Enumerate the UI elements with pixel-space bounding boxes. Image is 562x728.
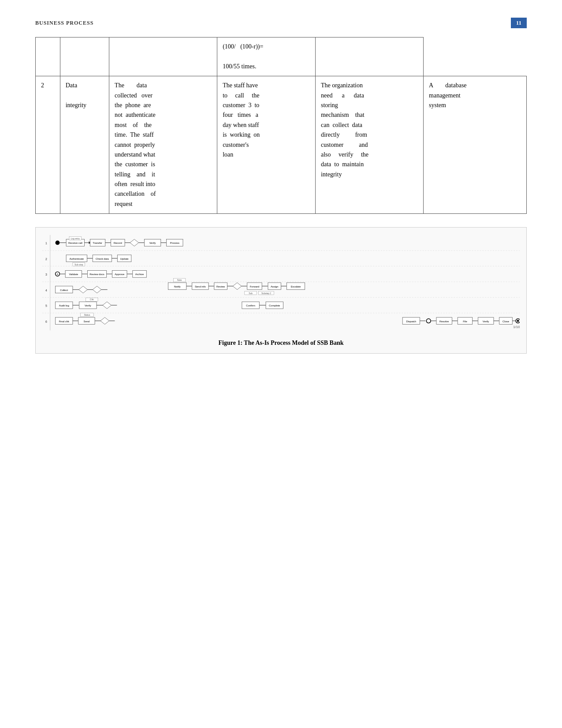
svg-text:Status: Status: [84, 314, 90, 316]
svg-text:Assign: Assign: [271, 285, 279, 288]
svg-text:Close: Close: [502, 320, 510, 323]
svg-text:A: A: [57, 274, 59, 276]
svg-text:Forward: Forward: [250, 285, 260, 288]
cell-staff-action: The staff have to call the customer 3 to…: [217, 76, 316, 214]
svg-text:Verify: Verify: [85, 304, 91, 307]
svg-point-116: [426, 319, 431, 323]
svg-text:3: 3: [45, 273, 47, 276]
table-row-formula: (100/ (100-r))=100/55 times.: [36, 37, 527, 76]
svg-text:Update: Update: [120, 258, 129, 260]
svg-marker-94: [103, 302, 112, 309]
svg-text:Complete: Complete: [269, 304, 280, 307]
svg-text:6: 6: [45, 320, 47, 323]
svg-text:1/10: 1/10: [513, 325, 520, 329]
svg-text:Send info: Send info: [195, 285, 206, 288]
svg-text:Record: Record: [114, 242, 122, 245]
cell-empty-2: [60, 37, 109, 76]
page-header: BUSINESS PROCESS 11: [35, 18, 527, 28]
svg-text:Archive: Archive: [135, 273, 144, 276]
content-table: (100/ (100-r))=100/55 times. 2 Datainteg…: [35, 37, 527, 214]
svg-point-131: [517, 320, 519, 322]
svg-text:Escalate: Escalate: [291, 285, 301, 288]
svg-text:File: File: [463, 320, 467, 323]
svg-text:Verify: Verify: [149, 242, 156, 245]
cell-description: The data collected over the phone are no…: [109, 76, 217, 214]
document-title: BUSINESS PROCESS: [35, 20, 93, 26]
svg-text:Sub: Sub: [249, 292, 253, 295]
svg-text:4: 4: [45, 289, 47, 292]
svg-point-12: [56, 241, 60, 245]
svg-text:Chk: Chk: [90, 299, 94, 301]
diagram-area: 1 2 3 4 5 6 Receive call Transfer Record…: [42, 234, 520, 333]
svg-marker-109: [100, 317, 109, 325]
caption-text: Figure 1: The As-Is Process Model of SSB…: [219, 340, 344, 346]
svg-text:Resolve: Resolve: [439, 320, 449, 323]
svg-text:Review docs: Review docs: [89, 273, 104, 276]
svg-text:Audit log: Audit log: [59, 304, 69, 307]
figure-section: 1 2 3 4 5 6 Receive call Transfer Record…: [35, 227, 527, 354]
svg-text:Validate: Validate: [69, 273, 78, 276]
svg-text:5: 5: [45, 304, 47, 307]
svg-text:Review: Review: [216, 285, 225, 288]
svg-text:Dispatch: Dispatch: [406, 320, 416, 323]
svg-text:Receive call: Receive call: [68, 242, 82, 245]
svg-text:Note: Note: [177, 279, 182, 281]
cell-solution: A database management system: [424, 76, 527, 214]
svg-text:Verify: Verify: [483, 320, 489, 323]
svg-text:2: 2: [45, 258, 47, 261]
cell-empty-1: [36, 37, 60, 76]
svg-text:Authenticate: Authenticate: [69, 258, 84, 260]
svg-text:Notify: Notify: [174, 285, 181, 288]
svg-text:Substep 2: Substep 2: [261, 292, 271, 295]
cell-category: Dataintegrity: [60, 76, 109, 214]
svg-text:Check data: Check data: [96, 258, 109, 260]
svg-text:Process: Process: [170, 242, 179, 245]
svg-text:Approve: Approve: [115, 273, 125, 276]
svg-text:Collect: Collect: [60, 289, 68, 291]
svg-marker-61: [93, 286, 101, 293]
table-row-main: 2 Dataintegrity The data collected over …: [36, 76, 527, 214]
cell-empty-5: [315, 37, 423, 76]
svg-text:Send: Send: [84, 320, 90, 323]
figure-caption: Figure 1: The As-Is Process Model of SSB…: [42, 340, 520, 347]
svg-marker-72: [233, 283, 242, 290]
svg-marker-59: [79, 286, 88, 293]
svg-text:1: 1: [45, 242, 47, 245]
svg-marker-23: [130, 239, 139, 246]
cell-row-number: 2: [36, 76, 60, 214]
cell-org-need: The organization need a data storing mec…: [315, 76, 423, 214]
cell-formula: (100/ (100-r))=100/55 times.: [217, 37, 316, 76]
svg-text:Log entry: Log entry: [71, 238, 80, 240]
page-number: 11: [511, 18, 527, 28]
svg-text:Transfer: Transfer: [93, 242, 102, 245]
svg-text:Confirm: Confirm: [246, 304, 255, 307]
cell-empty-3: [109, 37, 217, 76]
svg-text:Final chk: Final chk: [59, 320, 69, 323]
process-diagram: 1 2 3 4 5 6 Receive call Transfer Record…: [42, 234, 520, 331]
svg-text:Sub step: Sub step: [74, 264, 83, 266]
